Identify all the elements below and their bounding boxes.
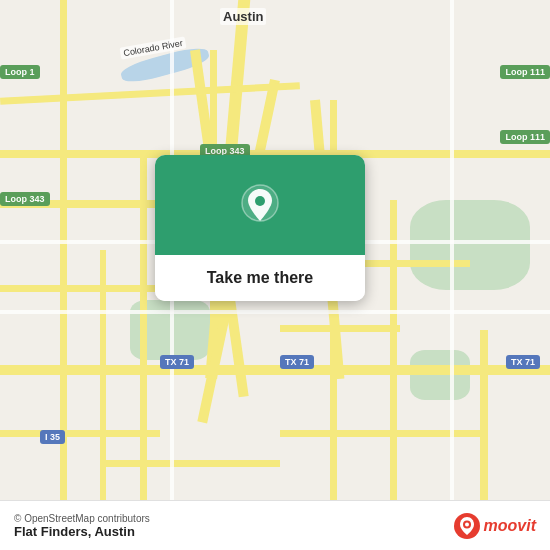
road-mid2-horiz [280,325,400,332]
card-map-section [155,155,365,255]
park-area-3 [410,350,470,400]
bottom-left-info: © OpenStreetMap contributors Flat Finder… [14,513,150,539]
loop343-left-label: Loop 343 [0,192,50,206]
tx71-center-label: TX 71 [280,355,314,369]
map-container: Austin Colorado River Loop 1 Loop 343 Lo… [0,0,550,550]
svg-point-4 [465,522,469,526]
road-left2-vert [100,250,106,500]
take-me-there-card: Take me there [155,155,365,301]
park-area [410,200,530,290]
moovit-text: moovit [484,517,536,535]
road-mid-vert [140,150,147,500]
loop1-label: Loop 1 [0,65,40,79]
tx71-left-label: TX 71 [160,355,194,369]
svg-point-1 [255,196,265,206]
moovit-icon [453,512,481,540]
loop111-top-label: Loop 111 [500,65,550,79]
small-road-v2 [450,0,454,550]
road-bot-horiz [0,430,160,437]
location-label: Flat Finders, Austin [14,524,150,539]
map-attribution: © OpenStreetMap contributors [14,513,150,524]
loop111-right-label: Loop 111 [500,130,550,144]
tx71-right-label: TX 71 [506,355,540,369]
city-label-austin: Austin [220,8,266,25]
road-btm-horiz [100,460,280,467]
road-tx71-main [0,365,550,375]
location-pin-icon [238,183,282,227]
road-right2-vert [390,200,397,500]
moovit-logo: moovit [453,512,536,540]
small-road-h2 [0,310,550,314]
i35-label: I 35 [40,430,65,444]
road-i35-vert [60,0,67,550]
bottom-bar: © OpenStreetMap contributors Flat Finder… [0,500,550,550]
take-me-there-button[interactable]: Take me there [155,255,365,301]
